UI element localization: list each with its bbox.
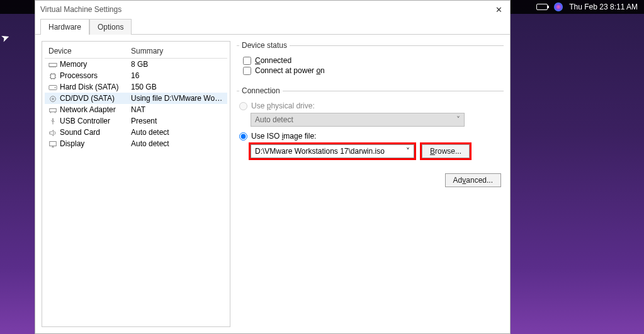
chevron-down-icon: ˅ [456,115,460,124]
svg-rect-0 [49,63,57,66]
device-status-group: Device status Connected Connect at power… [237,41,504,83]
display-icon [48,141,57,148]
svg-rect-1 [51,74,55,78]
table-row[interactable]: Memory 8 GB [45,59,227,71]
device-name: Network Adapter [60,105,116,114]
connection-group: Connection Use physical drive: Auto dete… [237,86,504,193]
table-row[interactable]: Sound Card Auto detect [45,127,227,138]
iso-path-combo[interactable]: D:\VMware Workstations 17\darwin.iso ˅ [251,144,414,158]
table-row[interactable]: Hard Disk (SATA) 150 GB [45,81,227,93]
usb-icon [48,118,57,125]
close-button[interactable]: ✕ [493,5,505,14]
device-summary: Using file D:\VMware Worksta... [127,93,227,104]
battery-icon [536,4,548,10]
table-row[interactable]: CD/DVD (SATA) Using file D:\VMware Works… [45,93,227,104]
device-name: CD/DVD (SATA) [60,94,115,103]
device-summary: Auto detect [127,138,227,149]
device-status-legend: Device status [239,41,290,50]
use-iso-radio[interactable]: Use ISO image file: [239,132,501,141]
connected-checkbox-input[interactable] [243,57,251,65]
use-iso-radio-input[interactable] [239,132,247,141]
device-list-panel: Device Summary Memory 8 GB Processors 16… [42,41,230,327]
connect-at-poweron-checkbox[interactable]: Connect at power on [243,66,501,75]
dialog-title: Virtual Machine Settings [40,5,121,14]
iso-path-value: D:\VMware Workstations 17\darwin.iso [255,147,385,156]
device-summary: Auto detect [127,127,227,138]
device-summary: Present [127,115,227,127]
table-row[interactable]: Processors 16 [45,70,227,81]
table-row[interactable]: USB Controller Present [45,115,227,127]
device-name: Display [60,139,84,148]
hdd-icon [48,84,57,91]
svg-point-7 [52,118,54,120]
col-summary[interactable]: Summary [127,44,227,59]
dialog-titlebar[interactable]: Virtual Machine Settings ✕ [35,1,510,18]
svg-rect-8 [50,141,57,146]
device-summary: NAT [127,104,227,115]
col-device[interactable]: Device [45,44,127,59]
physical-drive-combo[interactable]: Auto detect ˅ [251,113,465,127]
svg-rect-6 [50,108,57,112]
use-physical-radio[interactable]: Use physical drive: [239,101,501,110]
tab-hardware[interactable]: Hardware [40,19,89,35]
device-summary: 150 GB [127,81,227,93]
cd-icon [48,95,57,103]
connect-poweron-checkbox-input[interactable] [243,67,251,75]
vm-settings-dialog: Virtual Machine Settings ✕ Hardware Opti… [35,0,511,334]
device-summary: 8 GB [127,59,227,71]
connected-checkbox[interactable]: Connected [243,56,501,65]
table-row[interactable]: Display Auto detect [45,138,227,149]
table-row[interactable]: Network Adapter NAT [45,104,227,115]
menubar-datetime: Thu Feb 23 8:11 AM [569,3,638,11]
svg-point-4 [50,96,56,101]
chevron-down-icon: ˅ [406,147,410,156]
cpu-icon [48,72,57,80]
device-name: Memory [60,60,87,69]
device-name: USB Controller [60,117,110,125]
svg-point-3 [55,87,56,88]
siri-icon [554,3,563,11]
sound-icon [48,129,57,137]
tab-options[interactable]: Options [89,19,132,35]
cursor-icon: ➤ [0,30,11,44]
use-physical-radio-input[interactable] [239,102,247,110]
tabs-bar: Hardware Options [35,18,510,35]
network-icon [48,107,57,114]
browse-button[interactable]: Browse... [422,144,470,158]
device-summary: 16 [127,70,227,81]
memory-icon [48,61,57,69]
device-name: Processors [60,71,98,80]
device-name: Hard Disk (SATA) [60,83,119,91]
connection-legend: Connection [239,86,283,95]
physical-drive-value: Auto detect [255,115,293,124]
device-name: Sound Card [60,128,100,137]
svg-point-5 [52,98,54,100]
advanced-button[interactable]: Advanced... [445,173,501,187]
